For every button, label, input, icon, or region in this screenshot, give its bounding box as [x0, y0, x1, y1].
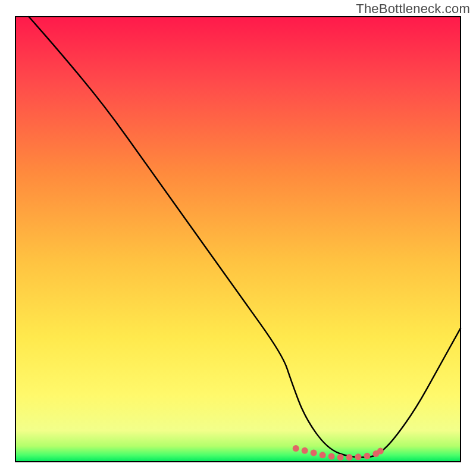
optimum-dot	[337, 454, 344, 461]
plot-background	[15, 17, 461, 462]
plot-svg	[0, 0, 476, 476]
bottleneck-chart: TheBottleneck.com	[0, 0, 476, 476]
optimum-dot	[302, 447, 308, 454]
optimum-dot	[355, 453, 361, 460]
optimum-dot	[346, 454, 353, 461]
optimum-dot	[293, 445, 299, 452]
optimum-dot	[364, 453, 370, 459]
watermark-text: TheBottleneck.com	[356, 1, 470, 17]
optimum-dot	[320, 452, 326, 458]
optimum-dot	[377, 448, 384, 455]
optimum-dot	[311, 450, 317, 456]
optimum-dot	[328, 453, 335, 460]
